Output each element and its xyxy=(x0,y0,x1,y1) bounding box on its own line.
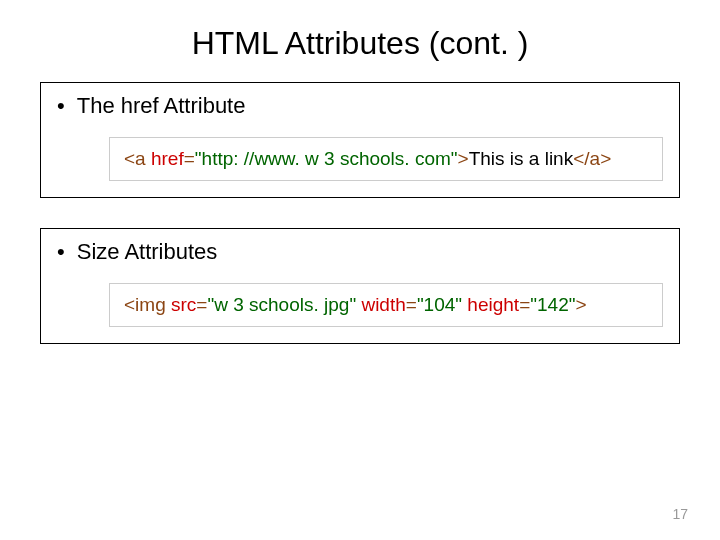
page-number: 17 xyxy=(672,506,688,522)
code-token: "http: //www. w 3 schools. com" xyxy=(195,148,458,169)
code-href: <a href="http: //www. w 3 schools. com">… xyxy=(109,137,663,181)
heading-href: The href Attribute xyxy=(77,93,246,118)
code-token: > xyxy=(575,294,586,315)
code-token: a xyxy=(135,148,146,169)
code-token: = xyxy=(184,148,195,169)
bullet-size: •Size Attributes xyxy=(57,239,663,265)
code-token: > xyxy=(600,148,611,169)
code-token: = xyxy=(406,294,417,315)
heading-size: Size Attributes xyxy=(77,239,218,264)
section-href: •The href Attribute <a href="http: //www… xyxy=(40,82,680,198)
code-size: <img src="w 3 schools. jpg" width="104" … xyxy=(109,283,663,327)
code-token: a xyxy=(590,148,601,169)
code-token: img xyxy=(135,294,166,315)
code-token: </ xyxy=(573,148,589,169)
bullet-icon: • xyxy=(57,239,65,264)
code-token: = xyxy=(519,294,530,315)
code-token: > xyxy=(458,148,469,169)
code-token: "142" xyxy=(530,294,575,315)
bullet-href: •The href Attribute xyxy=(57,93,663,119)
code-token: "104" xyxy=(417,294,462,315)
code-token: < xyxy=(124,148,135,169)
bullet-icon: • xyxy=(57,93,65,118)
code-token: src xyxy=(171,294,196,315)
code-token: height xyxy=(467,294,519,315)
code-token: "w 3 schools. jpg" xyxy=(207,294,356,315)
slide-title: HTML Attributes (cont. ) xyxy=(40,25,680,62)
section-size: •Size Attributes <img src="w 3 schools. … xyxy=(40,228,680,344)
code-token: = xyxy=(196,294,207,315)
code-token: width xyxy=(361,294,405,315)
code-token: This is a link xyxy=(469,148,574,169)
code-token: < xyxy=(124,294,135,315)
code-token: href xyxy=(151,148,184,169)
